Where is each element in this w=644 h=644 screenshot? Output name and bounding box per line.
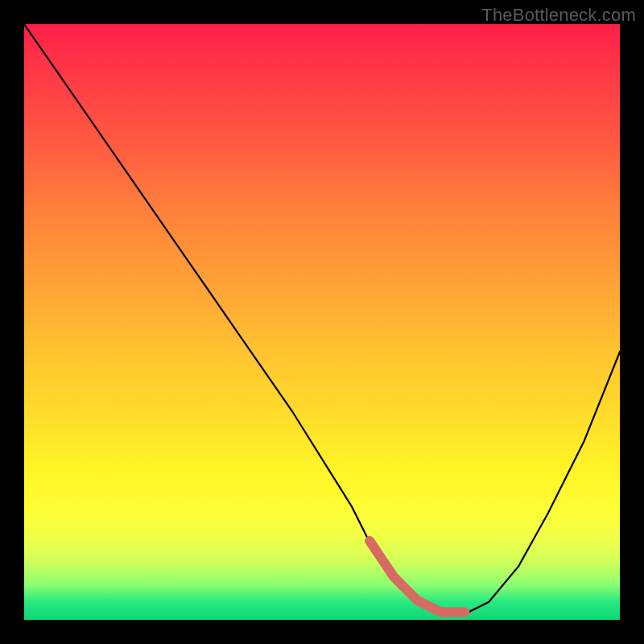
bottleneck-curve bbox=[24, 24, 620, 620]
chart-container: TheBottleneck.com bbox=[0, 0, 644, 644]
curve-line bbox=[24, 24, 620, 614]
watermark-text: TheBottleneck.com bbox=[481, 5, 636, 26]
highlight-segment bbox=[369, 541, 464, 613]
plot-area bbox=[24, 24, 620, 620]
